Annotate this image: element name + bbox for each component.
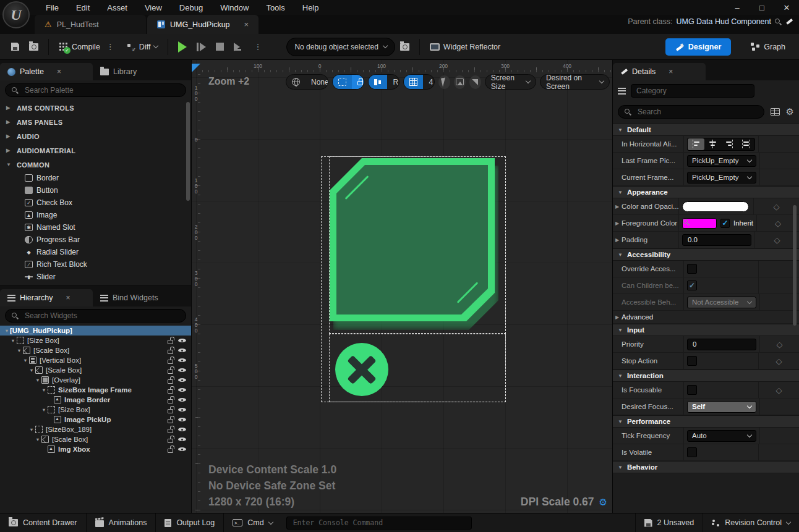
tree-row-umg-hudpickup[interactable]: ▼[UMG_HudPickup] (0, 326, 191, 336)
foreground-color-swatch[interactable] (682, 218, 717, 229)
lock-icon[interactable] (168, 409, 173, 413)
palette-category-audio[interactable]: ▶AUDIO (0, 129, 191, 143)
menu-tools[interactable]: Tools (257, 0, 293, 15)
tab-palette[interactable]: Palette × (0, 63, 93, 80)
can-children-checkbox[interactable]: ✓ (687, 281, 697, 290)
play-options-button[interactable]: ⋮ (246, 38, 269, 56)
section-behavior[interactable]: ▼Behavior (613, 461, 799, 473)
play-button[interactable] (173, 38, 192, 56)
palette-item-progress-bar[interactable]: Progress Bar (0, 234, 191, 246)
visibility-eye-icon[interactable] (178, 436, 186, 443)
category-tree-icon[interactable] (618, 88, 626, 95)
visibility-eye-icon[interactable] (178, 406, 186, 413)
close-icon[interactable]: × (57, 67, 61, 76)
palette-category-audiomaterial[interactable]: ▶AUDIOMATERIAL (0, 143, 191, 158)
color-opacity-swatch[interactable] (682, 201, 749, 212)
close-icon[interactable]: × (669, 67, 673, 76)
visibility-eye-icon[interactable] (178, 376, 186, 384)
respect-locks-toggle[interactable]: R (368, 74, 400, 90)
visibility-eye-icon[interactable] (178, 445, 186, 453)
details-search-input[interactable] (618, 105, 764, 119)
tab-bind-widgets[interactable]: Bind Widgets (93, 289, 166, 306)
designer-mode-button[interactable]: Designer (665, 38, 732, 56)
tab-library[interactable]: Library (93, 63, 144, 80)
hierarchy-search-input[interactable] (5, 309, 186, 323)
tree-row-size-box[interactable]: ▼[Size Box] (0, 336, 191, 345)
revision-control-button[interactable]: Revision Control (703, 513, 799, 532)
visibility-eye-icon[interactable] (178, 396, 186, 403)
tree-row-size-box-2[interactable]: ▼[Size Box] (0, 405, 191, 415)
tab-hierarchy[interactable]: Hierarchy × (0, 289, 93, 306)
selection-outline-toggle[interactable] (332, 74, 364, 90)
align-right-button[interactable] (721, 138, 738, 150)
visibility-eye-icon[interactable] (178, 337, 186, 344)
fill-rule-dropdown[interactable]: Desired on Screen (540, 74, 610, 90)
last-frame-dropdown[interactable]: PickUp_Empty (687, 155, 756, 167)
section-input[interactable]: ▼Input (613, 324, 799, 336)
is-volatile-checkbox[interactable] (687, 447, 697, 457)
is-focusable-checkbox[interactable] (687, 385, 697, 395)
expand-arrow-icon[interactable]: ▶ (613, 204, 622, 209)
screen-size-dropdown[interactable]: Screen Size (485, 74, 536, 90)
accessible-behavior-dropdown[interactable]: Not Accessible (687, 297, 756, 308)
unreal-engine-logo-icon[interactable]: U (2, 1, 30, 28)
lock-icon[interactable] (168, 389, 173, 394)
close-icon[interactable]: × (66, 293, 70, 302)
tree-row-vertical-box[interactable]: ▼[Vertical Box] (0, 355, 191, 365)
visibility-eye-icon[interactable] (178, 357, 186, 364)
lock-icon[interactable] (168, 439, 173, 443)
visibility-eye-icon[interactable] (178, 366, 186, 374)
tab-details[interactable]: Details × (613, 63, 706, 80)
inherit-checkbox[interactable]: ✓ (720, 219, 730, 228)
palette-category-ams-panels[interactable]: ▶AMS PANELS (0, 115, 191, 129)
tree-row-sizebox-image-frame[interactable]: ▼SizeBox Image Frame (0, 385, 191, 395)
widget-selection-frame[interactable] (329, 156, 506, 334)
palette-category-common[interactable]: ▼COMMON (0, 158, 191, 172)
tree-row-scale-box[interactable]: ▼[Scale Box] (0, 345, 191, 355)
diff-button[interactable]: Diff (122, 38, 163, 56)
visibility-eye-icon[interactable] (178, 426, 186, 433)
browse-debug-button[interactable] (395, 38, 414, 56)
visibility-eye-icon[interactable] (178, 416, 186, 423)
palette-item-image[interactable]: ▲Image (0, 209, 191, 221)
lock-icon[interactable] (168, 360, 173, 364)
window-maximize-button[interactable]: □ (750, 0, 774, 15)
padding-input[interactable] (682, 234, 751, 246)
tree-row-img-xbox[interactable]: Img Xbox (0, 444, 191, 454)
align-fill-button[interactable] (738, 138, 754, 150)
details-scrollbar[interactable] (793, 205, 797, 326)
palette-search-input[interactable] (5, 83, 186, 97)
content-drawer-button[interactable]: Content Drawer (0, 513, 87, 532)
localization-preview-dropdown[interactable]: None (286, 74, 328, 90)
tree-row-sizebox-189[interactable]: ▼[SizeBox_189] (0, 424, 191, 434)
stop-button[interactable] (211, 38, 229, 56)
parent-class-value[interactable]: UMG Data Hud Component (676, 17, 771, 26)
palette-item-named-slot[interactable]: ✱Named Slot (0, 221, 191, 234)
tab-pl-hudtest[interactable]: ⚠ PL_HudTest (35, 15, 146, 34)
window-minimize-button[interactable]: – (725, 0, 750, 15)
menu-edit[interactable]: Edit (67, 0, 98, 15)
palette-item-rich-text-block[interactable]: ⁄Rich Text Block (0, 258, 191, 271)
xbox-button-image[interactable] (335, 343, 388, 396)
reset-diamond-icon[interactable]: ◇ (760, 340, 799, 349)
lock-icon[interactable] (168, 429, 173, 433)
eject-button[interactable] (229, 38, 246, 56)
compile-options-icon[interactable]: ⋮ (104, 42, 117, 51)
palette-item-border[interactable]: Border (0, 172, 191, 184)
reset-diamond-icon[interactable]: ◇ (759, 386, 799, 395)
display-filter-icon[interactable] (771, 108, 780, 116)
section-performance[interactable]: ▼Performance (613, 415, 799, 428)
grid-snap-dropdown[interactable]: 4 (403, 74, 434, 90)
tree-row-image-border[interactable]: Image Border (0, 395, 191, 405)
lock-icon[interactable] (168, 379, 173, 384)
preview-background-button[interactable] (454, 75, 466, 89)
cmd-dropdown[interactable]: >_ Cmd (224, 513, 281, 532)
palette-item-checkbox[interactable]: ✓Check Box (0, 196, 191, 209)
current-frame-dropdown[interactable]: PickUp_Empty (687, 172, 756, 184)
dpi-settings-gear-icon[interactable]: ⚙ (599, 497, 607, 508)
designer-canvas[interactable]: 100 0 100 200 300 400 100 0 100 200 300 … (192, 60, 612, 513)
palette-item-slider[interactable]: ▮Slider (0, 271, 191, 283)
debug-object-dropdown[interactable]: No debug object selected (286, 38, 395, 56)
tree-row-overlay[interactable]: ▼[Overlay] (0, 375, 191, 385)
lock-icon[interactable] (168, 419, 173, 423)
